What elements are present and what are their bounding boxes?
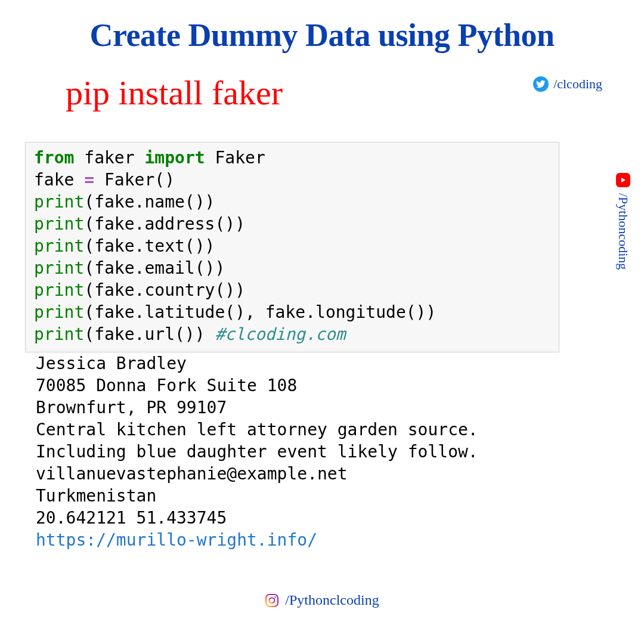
code-print: print: [34, 214, 84, 234]
code-print: print: [34, 324, 84, 344]
output-text-line2: Including blue daughter event likely fol…: [36, 442, 478, 462]
output-block: Jessica Bradley 70085 Donna Fork Suite 1…: [36, 353, 478, 552]
page-title: Create Dummy Data using Python: [0, 17, 644, 54]
output-address-line1: 70085 Donna Fork Suite 108: [36, 376, 297, 395]
code-print: print: [34, 258, 84, 278]
youtube-badge: /Pythoncoding: [615, 173, 631, 270]
youtube-icon: [616, 173, 630, 187]
code-arg-country: (fake.country()): [84, 280, 245, 300]
code-call: Faker(): [94, 170, 175, 190]
code-print: print: [34, 280, 84, 300]
code-print: print: [34, 302, 84, 322]
output-name: Jessica Bradley: [36, 354, 187, 373]
twitter-icon: [533, 76, 549, 92]
output-email: villanuevastephanie@example.net: [36, 464, 348, 484]
code-var: fake: [34, 170, 84, 190]
code-keyword-import: import: [144, 148, 205, 168]
code-arg-name: (fake.name()): [84, 192, 215, 212]
svg-marker-0: [621, 178, 626, 182]
code-module: faker: [74, 148, 144, 168]
code-comment: #clcoding.com: [215, 324, 345, 344]
output-country: Turkmenistan: [36, 486, 156, 506]
svg-point-2: [270, 597, 275, 603]
pip-command: pip install faker: [66, 73, 283, 113]
output-latlon: 20.642121 51.433745: [36, 508, 227, 528]
code-operator: =: [84, 170, 94, 190]
output-address-line2: Brownfurt, PR 99107: [36, 398, 227, 417]
code-cell: from faker import Faker fake = Faker() p…: [25, 142, 559, 352]
code-arg-address: (fake.address()): [84, 214, 245, 234]
code-class: Faker: [205, 148, 265, 168]
instagram-icon: [265, 593, 279, 608]
twitter-badge: /clcoding: [533, 76, 602, 92]
code-arg-text: (fake.text()): [84, 236, 215, 256]
instagram-badge: /Pythonclcoding: [0, 592, 644, 608]
twitter-handle: /clcoding: [553, 76, 602, 92]
code-arg-url: (fake.url()): [84, 324, 215, 344]
code-print: print: [34, 236, 84, 256]
output-url: https://murillo-wright.info/: [36, 530, 317, 550]
youtube-handle: /Pythoncoding: [615, 193, 631, 270]
instagram-handle: /Pythonclcoding: [285, 592, 379, 608]
code-arg-email: (fake.email()): [84, 258, 225, 278]
code-print: print: [34, 192, 84, 212]
svg-point-3: [274, 596, 276, 598]
svg-rect-1: [266, 595, 278, 606]
code-arg-latlon: (fake.latitude(), fake.longitude()): [84, 302, 436, 322]
code-keyword-from: from: [34, 148, 74, 168]
output-text-line1: Central kitchen left attorney garden sou…: [36, 420, 478, 439]
